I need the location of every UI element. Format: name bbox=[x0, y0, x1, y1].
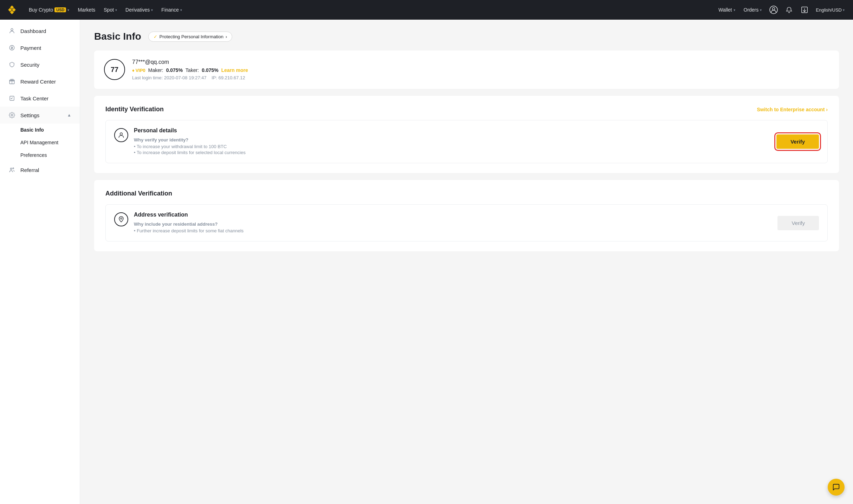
top-navigation: Buy Crypto USD ▾ Markets Spot ▾ Derivati… bbox=[0, 0, 853, 20]
address-verification-item: Address verification Why include your re… bbox=[105, 204, 828, 241]
svg-point-11 bbox=[120, 133, 123, 135]
personal-details-item: Personal details Why verify your identit… bbox=[105, 120, 828, 163]
last-login-info: Last login time: 2020-07-08 19:27:47 IP:… bbox=[132, 75, 248, 80]
chevron-right-icon: › bbox=[826, 107, 828, 112]
nav-spot[interactable]: Spot ▾ bbox=[100, 0, 121, 20]
nav-menu: Buy Crypto USD ▾ Markets Spot ▾ Derivati… bbox=[25, 0, 715, 20]
taker-label: Taker: bbox=[185, 67, 199, 73]
personal-details-bullet-1: • To increase deposit limits for selecte… bbox=[134, 150, 246, 155]
sidebar-item-reward-center[interactable]: Reward Center bbox=[0, 73, 80, 90]
address-verification-info: Address verification Why include your re… bbox=[134, 212, 243, 234]
svg-point-8 bbox=[11, 114, 13, 116]
user-info-card: 77 77***@qq.com ♦ VIP0 Maker: 0.075% Tak… bbox=[94, 51, 839, 89]
task-icon bbox=[8, 95, 15, 102]
referral-icon bbox=[8, 166, 15, 173]
maker-label: Maker: bbox=[148, 67, 163, 73]
sidebar-item-security[interactable]: Security bbox=[0, 56, 80, 73]
shield-icon bbox=[8, 61, 15, 68]
page-title: Basic Info bbox=[94, 31, 141, 42]
chevron-right-icon: › bbox=[226, 34, 227, 39]
notification-icon[interactable] bbox=[782, 3, 796, 17]
vip-badge: ♦ VIP0 bbox=[132, 68, 145, 73]
verif-left-address: Address verification Why include your re… bbox=[114, 212, 243, 234]
personal-details-why: Why verify your identity? bbox=[134, 137, 246, 142]
chevron-down-icon: ▾ bbox=[734, 8, 735, 12]
address-verification-name: Address verification bbox=[134, 212, 243, 218]
identity-verification-card: Identity Verification Switch to Enterpri… bbox=[94, 96, 839, 173]
location-icon bbox=[114, 212, 128, 226]
chevron-up-icon: ▲ bbox=[67, 113, 71, 118]
nav-wallet[interactable]: Wallet ▾ bbox=[715, 0, 738, 20]
sidebar-item-payment[interactable]: Payment bbox=[0, 39, 80, 56]
user-details: 77***@qq.com ♦ VIP0 Maker: 0.075% Taker:… bbox=[132, 59, 248, 80]
page-header: Basic Info ✓ Protecting Personal Informa… bbox=[94, 31, 839, 42]
chevron-down-icon: ▾ bbox=[151, 8, 153, 12]
nav-right: Wallet ▾ Orders ▾ Eng bbox=[715, 0, 847, 20]
sidebar-sub-api-management[interactable]: API Management bbox=[0, 136, 80, 149]
personal-details-bullet-0: • To increase your withdrawal limit to 1… bbox=[134, 144, 246, 149]
sidebar-item-task-center[interactable]: Task Center bbox=[0, 90, 80, 107]
maker-fee: 0.075% bbox=[166, 67, 183, 73]
gift-icon bbox=[8, 78, 15, 85]
protecting-personal-info-button[interactable]: ✓ Protecting Personal Information › bbox=[148, 32, 232, 42]
personal-details-info: Personal details Why verify your identit… bbox=[134, 127, 246, 156]
shield-check-icon: ✓ bbox=[154, 34, 157, 39]
profile-icon[interactable] bbox=[767, 3, 781, 17]
svg-point-12 bbox=[121, 218, 122, 219]
svg-point-10 bbox=[13, 168, 14, 169]
sidebar-item-dashboard[interactable]: Dashboard bbox=[0, 22, 80, 39]
user-email: 77***@qq.com bbox=[132, 59, 248, 65]
chevron-down-icon: ▾ bbox=[843, 8, 845, 12]
identity-verification-title: Identity Verification Switch to Enterpri… bbox=[105, 106, 828, 113]
additional-verification-title: Additional Verification bbox=[105, 190, 828, 197]
sidebar-sub-basic-info[interactable]: Basic Info bbox=[0, 124, 80, 136]
svg-point-9 bbox=[11, 168, 12, 170]
user-icon bbox=[8, 27, 15, 34]
chat-support-button[interactable] bbox=[828, 479, 845, 496]
person-icon bbox=[114, 128, 128, 142]
address-verification-why: Why include your residential address? bbox=[134, 221, 243, 227]
nav-derivatives[interactable]: Derivatives ▾ bbox=[122, 0, 156, 20]
sidebar-sub-preferences[interactable]: Preferences bbox=[0, 149, 80, 161]
personal-details-name: Personal details bbox=[134, 127, 246, 134]
settings-icon bbox=[8, 112, 15, 119]
nav-buy-crypto[interactable]: Buy Crypto USD ▾ bbox=[25, 0, 73, 20]
logo[interactable] bbox=[6, 4, 18, 16]
nav-finance[interactable]: Finance ▾ bbox=[158, 0, 185, 20]
address-verification-bullet-0: • Further increase deposit limits for so… bbox=[134, 228, 243, 233]
chevron-down-icon: ▾ bbox=[180, 8, 182, 12]
nav-markets[interactable]: Markets bbox=[74, 0, 99, 20]
nav-orders[interactable]: Orders ▾ bbox=[740, 0, 766, 20]
avatar: 77 bbox=[104, 59, 125, 80]
download-icon[interactable] bbox=[797, 3, 812, 17]
verify-personal-button[interactable]: Verify bbox=[776, 134, 819, 149]
sidebar: Dashboard Payment Security Reward Center… bbox=[0, 20, 80, 504]
learn-more-link[interactable]: Learn more bbox=[221, 67, 248, 73]
svg-point-4 bbox=[11, 28, 13, 31]
chevron-down-icon: ▾ bbox=[760, 8, 762, 12]
switch-enterprise-link[interactable]: Switch to Enterprise account › bbox=[757, 107, 828, 112]
taker-fee: 0.075% bbox=[202, 67, 218, 73]
main-content: Basic Info ✓ Protecting Personal Informa… bbox=[80, 20, 853, 504]
diamond-icon: ♦ bbox=[132, 68, 135, 73]
sidebar-item-settings[interactable]: Settings ▲ bbox=[0, 107, 80, 124]
dollar-icon bbox=[8, 44, 15, 51]
chevron-down-icon: ▾ bbox=[115, 8, 117, 12]
language-selector[interactable]: English/USD ▾ bbox=[813, 7, 847, 13]
user-vip-row: ♦ VIP0 Maker: 0.075% Taker: 0.075% Learn… bbox=[132, 67, 248, 73]
verify-address-button[interactable]: Verify bbox=[777, 216, 819, 230]
chevron-down-icon: ▾ bbox=[67, 8, 69, 12]
additional-verification-card: Additional Verification Address verifica… bbox=[94, 180, 839, 251]
verif-left: Personal details Why verify your identit… bbox=[114, 127, 246, 156]
sidebar-item-referral[interactable]: Referral bbox=[0, 161, 80, 178]
svg-point-2 bbox=[773, 8, 775, 10]
